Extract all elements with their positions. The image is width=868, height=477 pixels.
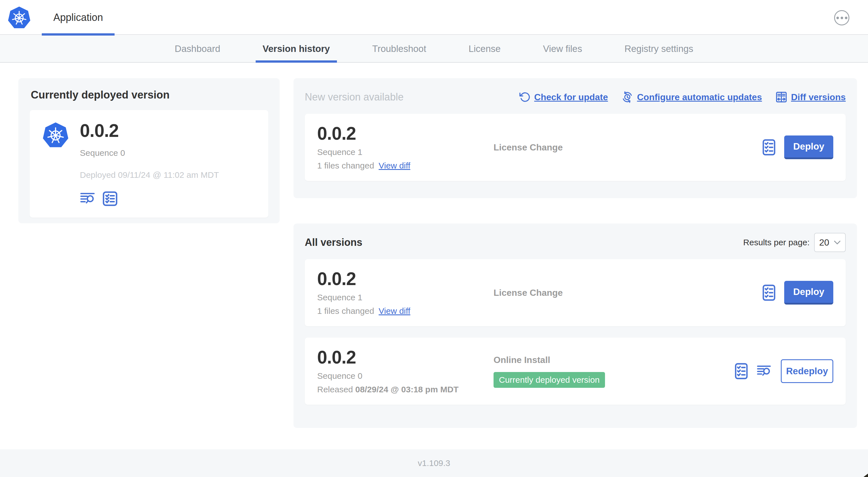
deploy-logs-icon[interactable] <box>756 364 772 378</box>
view-diff-link[interactable]: View diff <box>379 306 410 316</box>
view-diff-link[interactable]: View diff <box>379 161 410 171</box>
new-version-card: 0.0.2 Sequence 1 1 files changed View di… <box>305 114 846 181</box>
deploy-button[interactable]: Deploy <box>784 281 833 304</box>
app-tab-label: Application <box>53 11 103 23</box>
kots-admin-version-history-page: Application Dashboard Version history Tr… <box>0 0 868 477</box>
refresh-ccw-icon <box>519 91 530 103</box>
new-version-header: New version available Check for update <box>305 88 846 107</box>
tab-view-files[interactable]: View files <box>536 35 589 62</box>
version-actions: Deploy <box>762 281 833 304</box>
new-version-section: New version available Check for update <box>293 78 857 198</box>
released-row: Released 08/29/24 @ 03:18 pm MDT <box>317 385 494 394</box>
preflight-checks-icon[interactable] <box>102 191 118 206</box>
results-per-page: Results per page: 20 <box>743 233 846 252</box>
version-info: 0.0.2 Sequence 0 Released 08/29/24 @ 03:… <box>317 348 494 394</box>
tab-registry-settings[interactable]: Registry settings <box>617 35 701 62</box>
released-label: Released 08/29/24 @ 03:18 pm MDT <box>317 385 459 394</box>
preflight-checks-icon[interactable] <box>762 139 776 156</box>
results-per-page-label: Results per page: <box>743 238 810 247</box>
version-actions: Deploy <box>762 136 833 159</box>
deployed-sequence: Sequence 0 <box>80 148 219 158</box>
all-versions-header: All versions Results per page: 20 <box>305 233 846 252</box>
top-bar: Application <box>0 0 868 35</box>
overflow-menu-button[interactable] <box>834 10 849 25</box>
source-label: License Change <box>494 288 563 298</box>
version-sequence: Sequence 0 <box>317 371 494 381</box>
deploy-button[interactable]: Deploy <box>784 136 833 159</box>
version-actions: Redeploy <box>735 359 833 383</box>
app-tab-active-underline <box>42 33 115 35</box>
results-per-page-select[interactable]: 20 <box>814 233 846 252</box>
version-source: License Change <box>494 142 762 153</box>
deployed-version-info: 0.0.2 Sequence 0 Deployed 09/11/24 @ 11:… <box>80 121 219 206</box>
files-changed-row: 1 files changed View diff <box>317 161 494 171</box>
source-label: Online Install <box>494 355 550 365</box>
kubernetes-logo-icon <box>7 6 31 29</box>
app-tab[interactable]: Application <box>42 0 115 35</box>
deployed-timestamp: Deployed 09/11/24 @ 11:02 am MDT <box>80 170 219 180</box>
all-versions-heading: All versions <box>305 237 362 248</box>
corner-artifact <box>864 474 868 477</box>
preflight-checks-icon[interactable] <box>735 363 748 380</box>
version-row: 0.0.2 Sequence 1 1 files changed View di… <box>305 259 846 326</box>
all-versions-section: All versions Results per page: 20 0.0.2 … <box>293 223 857 428</box>
version-row: 0.0.2 Sequence 0 Released 08/29/24 @ 03:… <box>305 337 846 405</box>
version-actions: Check for update Configure automatic upd… <box>519 91 846 103</box>
preflight-checks-icon[interactable] <box>762 284 776 301</box>
version-sequence: Sequence 1 <box>317 293 494 302</box>
currently-deployed-title: Currently deployed version <box>31 89 268 101</box>
right-column: New version available Check for update <box>293 78 857 428</box>
version-source: Online Install Currently deployed versio… <box>494 355 735 388</box>
version-number: 0.0.2 <box>317 270 494 289</box>
currently-deployed-card: 0.0.2 Sequence 0 Deployed 09/11/24 @ 11:… <box>30 110 268 218</box>
version-info: 0.0.2 Sequence 1 1 files changed View di… <box>317 270 494 316</box>
tab-troubleshoot[interactable]: Troubleshoot <box>365 35 433 62</box>
version-number: 0.0.2 <box>317 348 494 367</box>
currently-deployed-badge: Currently deployed version <box>494 372 605 388</box>
ellipsis-icon <box>836 17 839 19</box>
chevron-down-icon <box>834 240 841 245</box>
diff-versions-link[interactable]: Diff versions <box>775 91 846 103</box>
configure-automatic-updates-link[interactable]: Configure automatic updates <box>621 91 762 103</box>
diff-icon <box>775 91 787 103</box>
tab-version-history[interactable]: Version history <box>256 35 337 62</box>
files-changed-label: 1 files changed <box>317 306 374 316</box>
auto-update-clock-icon <box>621 91 633 103</box>
source-label: License Change <box>494 142 563 153</box>
app-sub-nav: Dashboard Version history Troubleshoot L… <box>0 35 868 63</box>
tab-license[interactable]: License <box>461 35 508 62</box>
files-changed-label: 1 files changed <box>317 161 374 171</box>
admin-console-version: v1.109.3 <box>417 458 450 468</box>
version-source: License Change <box>494 288 762 298</box>
currently-deployed-panel: Currently deployed version <box>18 78 280 223</box>
files-changed-row: 1 files changed View diff <box>317 306 494 316</box>
app-icon <box>42 121 69 148</box>
version-sequence: Sequence 1 <box>317 147 494 157</box>
deployed-version-number: 0.0.2 <box>80 121 219 140</box>
version-info: 0.0.2 Sequence 1 1 files changed View di… <box>317 124 494 170</box>
check-for-update-link[interactable]: Check for update <box>519 91 608 103</box>
footer: v1.109.3 <box>0 449 868 477</box>
version-number: 0.0.2 <box>317 124 494 143</box>
redeploy-button[interactable]: Redeploy <box>781 359 833 383</box>
tab-dashboard[interactable]: Dashboard <box>167 35 227 62</box>
deployed-card-actions <box>80 191 219 206</box>
deploy-logs-icon[interactable] <box>80 192 96 206</box>
new-version-heading: New version available <box>305 91 404 103</box>
